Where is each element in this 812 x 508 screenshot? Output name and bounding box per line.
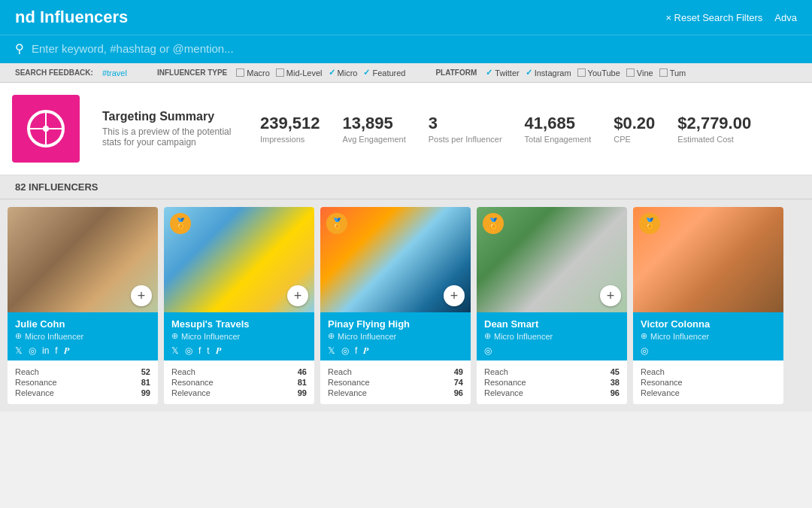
stat-reach-pinay: Reach 49 bbox=[328, 367, 463, 377]
micro-icon-mesupi: ⊕ bbox=[171, 331, 178, 341]
resonance-val-mesupi: 81 bbox=[298, 378, 307, 387]
resonance-label-pinay: Resonance bbox=[328, 378, 370, 387]
cpe-label: CPE bbox=[614, 135, 655, 144]
add-dean-button[interactable]: + bbox=[600, 285, 621, 306]
facebook-icon-pinay[interactable]: f bbox=[355, 345, 357, 356]
stat-row-reach: Reach 52 bbox=[15, 367, 150, 377]
filter-featured[interactable]: ✓ Featured bbox=[363, 68, 405, 78]
resonance-label-dean: Resonance bbox=[484, 378, 526, 387]
card-type-pinay: ⊕ Micro Influencer bbox=[328, 331, 463, 341]
filter-micro[interactable]: ✓ Micro bbox=[329, 68, 358, 78]
card-image-mesupi: 🏅 + bbox=[164, 207, 314, 312]
search-input[interactable] bbox=[32, 42, 332, 55]
stat-reach-dean: Reach 45 bbox=[484, 367, 620, 377]
reach-value: 52 bbox=[141, 367, 150, 376]
instagram-icon-mesupi[interactable]: ◎ bbox=[185, 345, 192, 356]
stat-resonance-mesupi: Resonance 81 bbox=[171, 377, 307, 388]
card-body-pinay: Pinay Flying High ⊕ Micro Influencer 𝕏 ◎… bbox=[320, 312, 471, 360]
facebook-icon-mesupi[interactable]: f bbox=[198, 345, 201, 356]
influencer-type-label: INFLUENCER TYPE bbox=[157, 68, 227, 77]
pinterest-icon-mesupi[interactable]: 𝑷 bbox=[216, 345, 221, 356]
badge-pinay: 🏅 bbox=[326, 213, 347, 234]
relevance-label-dean: Relevance bbox=[484, 388, 523, 397]
card-image-dean: 🏅 + bbox=[477, 207, 627, 312]
stat-relevance-dean: Relevance 96 bbox=[484, 388, 620, 398]
filter-youtube[interactable]: YouTube bbox=[577, 68, 620, 78]
resonance-label-mesupi: Resonance bbox=[171, 378, 214, 387]
instagram-icon-victor[interactable]: ◎ bbox=[641, 345, 648, 356]
influencer-cards-container: + Julie Cohn ⊕ Micro Influencer 𝕏 ◎ in f… bbox=[0, 199, 812, 412]
posts-per-influencer-value: 3 bbox=[429, 114, 502, 133]
card-name-julie: Julie Cohn bbox=[15, 318, 150, 330]
reach-label-mesupi: Reach bbox=[171, 367, 195, 376]
twitter-icon-mesupi[interactable]: 𝕏 bbox=[171, 345, 179, 356]
instagram-icon-julie[interactable]: ◎ bbox=[29, 345, 36, 356]
advanced-link[interactable]: Adva bbox=[774, 12, 797, 23]
stat-relevance-pinay: Relevance 96 bbox=[328, 388, 463, 398]
filter-tumblr[interactable]: Tum bbox=[659, 68, 686, 78]
stat-avg-engagement: 13,895 Avg Engagement bbox=[343, 114, 406, 144]
filter-mid-level[interactable]: Mid-Level bbox=[276, 68, 323, 78]
relevance-label-pinay: Relevance bbox=[328, 388, 367, 397]
stat-cpe: $0.20 CPE bbox=[614, 114, 655, 144]
filter-twitter[interactable]: ✓ Twitter bbox=[486, 68, 519, 78]
pinterest-icon-julie[interactable]: 𝑷 bbox=[64, 345, 69, 356]
tumblr-icon-mesupi[interactable]: t bbox=[207, 345, 209, 356]
crosshair-icon bbox=[27, 110, 65, 148]
card-julie-cohn: + Julie Cohn ⊕ Micro Influencer 𝕏 ◎ in f… bbox=[8, 207, 158, 404]
page-title: nd Influencers bbox=[15, 8, 128, 27]
stat-impressions: 239,512 Impressions bbox=[260, 114, 320, 144]
estimated-cost-value: $2,779.00 bbox=[677, 114, 751, 133]
reach-val-dean: 45 bbox=[611, 367, 620, 376]
resonance-value: 81 bbox=[141, 378, 150, 387]
stat-total-engagement: 41,685 Total Engagement bbox=[525, 114, 592, 144]
stat-resonance-dean: Resonance 38 bbox=[484, 377, 620, 388]
card-body-julie: Julie Cohn ⊕ Micro Influencer 𝕏 ◎ in f 𝑷 bbox=[8, 312, 158, 360]
reach-val-mesupi: 46 bbox=[298, 367, 307, 376]
relevance-value: 99 bbox=[141, 388, 150, 397]
targeting-icon bbox=[12, 95, 80, 163]
relevance-label-mesupi: Relevance bbox=[171, 388, 211, 397]
twitter-icon-julie[interactable]: 𝕏 bbox=[15, 345, 23, 356]
instagram-icon-dean[interactable]: ◎ bbox=[484, 345, 492, 356]
reset-filters-link[interactable]: × Reset Search Filters bbox=[665, 12, 762, 23]
filter-instagram[interactable]: ✓ Instagram bbox=[526, 68, 571, 78]
card-stats-julie: Reach 52 Resonance 81 Relevance 99 bbox=[8, 360, 158, 404]
card-dean: 🏅 + Dean Smart ⊕ Micro Influencer ◎ Reac… bbox=[477, 207, 627, 404]
resonance-val-dean: 38 bbox=[611, 378, 620, 387]
card-body-dean: Dean Smart ⊕ Micro Influencer ◎ bbox=[477, 312, 627, 360]
influencer-type-section: INFLUENCER TYPE Macro Mid-Level ✓ Micro … bbox=[157, 68, 406, 78]
card-socials-mesupi: 𝕏 ◎ f t 𝑷 bbox=[171, 345, 307, 356]
card-socials-julie: 𝕏 ◎ in f 𝑷 bbox=[15, 345, 150, 356]
add-mesupi-button[interactable]: + bbox=[287, 285, 308, 306]
stat-resonance-victor: Resonance bbox=[641, 377, 776, 388]
resonance-label-victor: Resonance bbox=[641, 378, 683, 387]
stat-reach-victor: Reach bbox=[641, 367, 776, 377]
stat-row-relevance: Relevance 99 bbox=[15, 388, 150, 398]
badge-mesupi: 🏅 bbox=[170, 213, 191, 234]
card-socials-pinay: 𝕏 ◎ f 𝑷 bbox=[328, 345, 463, 356]
add-julie-button[interactable]: + bbox=[131, 285, 152, 306]
instagram-icon-pinay[interactable]: ◎ bbox=[341, 345, 349, 356]
posts-per-influencer-label: Posts per Influencer bbox=[429, 135, 502, 144]
card-type-mesupi: ⊕ Micro Influencer bbox=[171, 331, 307, 341]
micro-icon-pinay: ⊕ bbox=[328, 331, 335, 341]
total-engagement-value: 41,685 bbox=[525, 114, 592, 133]
card-type-dean: ⊕ Micro Influencer bbox=[484, 331, 620, 341]
card-type-victor: ⊕ Micro Influencer bbox=[641, 331, 776, 341]
filter-vine[interactable]: Vine bbox=[626, 68, 653, 78]
search-feedback-label: SEARCH FEEDBACK: bbox=[15, 68, 93, 77]
twitter-icon-pinay[interactable]: 𝕏 bbox=[328, 345, 335, 356]
pinterest-icon-pinay[interactable]: 𝑷 bbox=[363, 345, 368, 356]
linkedin-icon-julie[interactable]: in bbox=[42, 345, 49, 356]
cpe-value: $0.20 bbox=[614, 114, 655, 133]
facebook-icon-julie[interactable]: f bbox=[55, 345, 57, 356]
platform-label: PLATFORM bbox=[435, 68, 477, 77]
badge-victor: 🏅 bbox=[639, 213, 660, 234]
filter-macro[interactable]: Macro bbox=[236, 68, 270, 78]
avg-engagement-value: 13,895 bbox=[343, 114, 406, 133]
add-pinay-button[interactable]: + bbox=[444, 285, 465, 306]
targeting-summary: Targeting Summary This is a preview of t… bbox=[0, 83, 812, 175]
targeting-subtitle: This is a preview of the potential stats… bbox=[102, 126, 238, 148]
card-stats-dean: Reach 45 Resonance 38 Relevance 96 bbox=[477, 360, 627, 404]
